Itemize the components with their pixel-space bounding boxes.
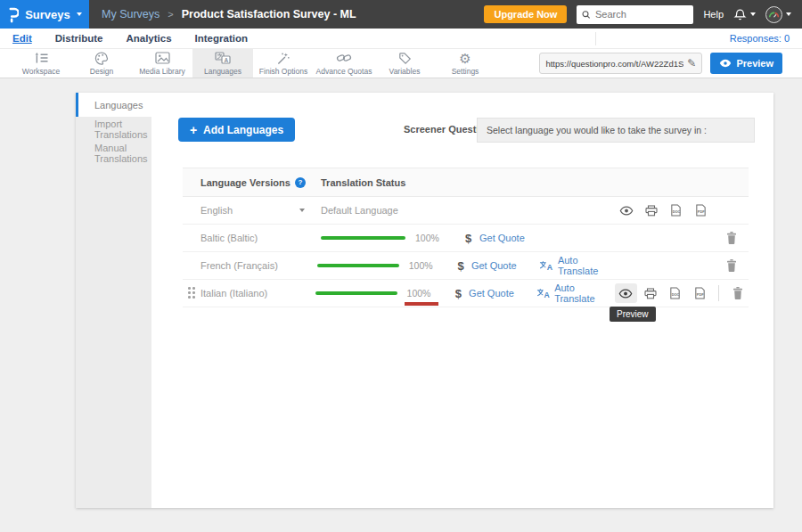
sidebar-item-import-translations[interactable]: Import Translations (76, 117, 151, 141)
toolbar-item-media-library[interactable]: Media Library (132, 49, 192, 78)
red-underline-annotation (405, 302, 438, 306)
product-logo-menu[interactable]: Surveys (0, 0, 89, 29)
translation-progress-bar (321, 236, 405, 240)
toolbar-item-languages[interactable]: A Languages (192, 49, 253, 78)
avatar (765, 6, 782, 23)
workspace-icon (34, 52, 49, 65)
default-language-label: Default Language (321, 205, 398, 216)
bell-icon (733, 7, 747, 21)
sidebar-item-manual-translations[interactable]: Manual Translations (76, 141, 151, 165)
get-quote-link[interactable]: Get Quote (469, 288, 536, 299)
translation-progress-bar (317, 264, 399, 267)
sidebar-item-languages[interactable]: Languages (76, 93, 151, 117)
print-icon[interactable] (640, 201, 662, 220)
help-link[interactable]: Help (703, 9, 724, 20)
tab-analytics[interactable]: Analytics (126, 33, 171, 44)
survey-title: Product Satisfaction Survey - ML (182, 8, 356, 20)
toolbar-item-label: Finish Options (259, 67, 307, 76)
edit-toolbar: Workspace Design Media Library A Languag… (0, 49, 802, 78)
eye-icon (719, 59, 732, 68)
toolbar-item-variables[interactable]: Variables (374, 49, 435, 78)
get-quote-link[interactable]: Get Quote (479, 233, 550, 243)
toolbar-item-label: Settings (452, 67, 479, 76)
breadcrumb: My Surveys > Product Satisfaction Survey… (102, 8, 356, 20)
row-actions: Preview DOC PDF (615, 283, 749, 303)
auto-translate-icon: A (536, 288, 550, 299)
language-dropdown-english[interactable]: English (183, 205, 321, 216)
translation-percent: 100% (407, 288, 445, 299)
add-languages-label: Add Languages (203, 124, 283, 136)
delete-trash-icon[interactable] (726, 283, 749, 303)
doc-export-icon[interactable]: DOC (665, 201, 687, 220)
toolbar-item-label: Advance Quotas (316, 67, 372, 76)
doc-export-icon[interactable]: DOC (665, 283, 687, 303)
language-name: Italian (Italiano) (200, 288, 267, 299)
help-circle-icon[interactable]: ? (295, 177, 306, 188)
survey-url-input[interactable] (545, 59, 683, 69)
product-menu-label: Surveys (25, 8, 70, 21)
account-menu[interactable] (765, 6, 791, 23)
gauge-icon (768, 10, 780, 19)
toolbar-item-advance-quotas[interactable]: Advance Quotas (314, 49, 374, 78)
palette-icon (94, 52, 109, 65)
drag-handle[interactable] (188, 287, 195, 299)
row-actions: DOC PDF (615, 201, 749, 220)
tab-edit[interactable]: Edit (12, 33, 32, 44)
svg-text:DOC: DOC (673, 209, 681, 214)
dollar-icon: $ (465, 232, 479, 245)
pdf-export-icon[interactable]: PDF (690, 201, 712, 220)
delete-trash-icon[interactable] (720, 256, 742, 275)
nav-divider (595, 32, 596, 45)
preview-eye-icon[interactable] (615, 201, 637, 220)
toolbar-item-label: Variables (389, 67, 421, 76)
tab-distribute[interactable]: Distribute (55, 33, 103, 44)
toolbar-item-workspace[interactable]: Workspace (11, 49, 71, 78)
search-input[interactable] (595, 9, 688, 20)
auto-translate-link[interactable]: A Auto Translate (536, 282, 615, 304)
get-quote-link[interactable]: Get Quote (471, 260, 540, 271)
screener-question-field[interactable]: Select language you would like to take t… (477, 118, 755, 143)
preview-eye-icon[interactable]: Preview (615, 283, 637, 303)
plus-icon: + (190, 124, 197, 136)
add-languages-button[interactable]: + Add Languages (178, 118, 295, 142)
row-actions (618, 256, 749, 275)
notifications-menu[interactable] (733, 7, 756, 21)
toolbar-item-design[interactable]: Design (71, 49, 132, 78)
chevron-down-icon (299, 209, 305, 212)
toolbar-item-label: Workspace (22, 67, 60, 76)
gear-icon: ⚙ (459, 52, 471, 65)
top-bar: Surveys My Surveys > Product Satisfactio… (0, 0, 802, 29)
magic-wand-icon (276, 52, 291, 65)
auto-translate-label: Auto Translate (558, 255, 619, 276)
svg-text:A: A (547, 263, 553, 271)
topbar-actions: Upgrade Now Help (484, 5, 802, 24)
toolbar-item-finish-options[interactable]: Finish Options (253, 49, 314, 78)
image-icon (155, 52, 170, 65)
languages-panel: Languages Import Translations Manual Tra… (76, 93, 773, 508)
delete-trash-icon[interactable] (720, 228, 742, 248)
preview-button[interactable]: Preview (710, 53, 782, 74)
language-name: English (200, 205, 233, 216)
responses-count[interactable]: Responses: 0 (730, 33, 790, 44)
toolbar-item-settings[interactable]: ⚙ Settings (435, 49, 495, 78)
auto-translate-link[interactable]: A Auto Translate (539, 255, 618, 276)
language-versions-label: Language Versions (200, 177, 291, 188)
chevron-down-icon (750, 12, 756, 16)
column-translation-status: Translation Status (321, 177, 405, 188)
actions-divider (718, 285, 719, 301)
languages-sidebar: Languages Import Translations Manual Tra… (76, 93, 151, 508)
print-icon[interactable] (640, 283, 662, 303)
table-row-italian: Italian (Italiano) 100% $ Get Quote A Au… (183, 280, 749, 307)
preview-tooltip: Preview (610, 307, 656, 322)
pdf-export-icon[interactable]: PDF (689, 283, 711, 303)
translate-icon: A (215, 52, 231, 65)
edit-url-pencil-icon[interactable]: ✎ (687, 57, 696, 70)
language-name: French (Français) (200, 260, 278, 271)
breadcrumb-my-surveys[interactable]: My Surveys (102, 8, 160, 20)
translation-percent: 100% (415, 233, 454, 243)
tab-integration[interactable]: Integration (195, 33, 248, 44)
percent-value: 100% (407, 288, 431, 299)
toolbar-item-label: Media Library (139, 67, 185, 76)
upgrade-now-button[interactable]: Upgrade Now (484, 5, 567, 23)
svg-text:A: A (225, 57, 229, 63)
